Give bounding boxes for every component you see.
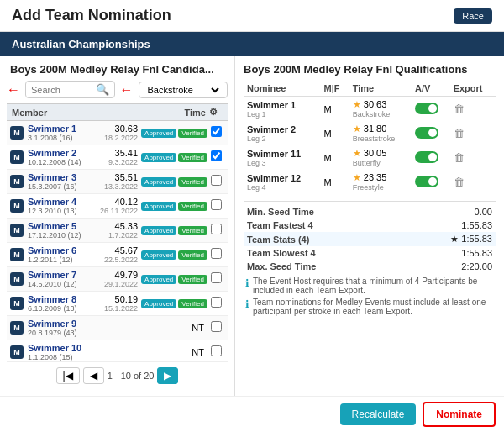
- list-item: M Swimmer 9 20.8.1979 (43) NT: [7, 316, 228, 340]
- search-input[interactable]: [31, 85, 96, 95]
- star-icon: ★: [353, 124, 361, 134]
- stroke-name: Breaststroke: [353, 134, 408, 143]
- toggle-cell[interactable]: [412, 121, 450, 145]
- list-item: M Swimmer 1 3.1.2008 (16) 30.63 18.2.202…: [7, 121, 228, 145]
- swimmer-info: Swimmer 1 3.1.2008 (16): [28, 124, 101, 142]
- swimmer-checkbox[interactable]: [211, 126, 222, 137]
- time-value: 30.63: [364, 99, 387, 109]
- delete-cell[interactable]: 🗑: [450, 170, 496, 194]
- table-row: Swimmer 12 Leg 4 M ★ 23.35 Freestyle 🗑: [244, 170, 496, 194]
- nominate-button[interactable]: Nominate: [423, 402, 496, 427]
- qual-table: Nominee M|F Time A/V Export Swimmer 1 Le…: [244, 81, 496, 194]
- first-page-button[interactable]: |◀: [56, 367, 80, 384]
- delete-icon[interactable]: 🗑: [454, 103, 465, 115]
- swimmer-time: 45.33 1.7.2022: [101, 221, 141, 240]
- swimmer-time-value: 35.51: [101, 172, 138, 182]
- stats-value: 1:55.83: [411, 220, 492, 230]
- delete-icon[interactable]: 🗑: [454, 176, 465, 188]
- verified-badge: Verified: [178, 202, 207, 211]
- list-item: M Swimmer 6 1.2.2011 (12) 45.67 22.5.202…: [7, 243, 228, 267]
- th-nominee: Nominee: [244, 81, 321, 97]
- checkbox-cell[interactable]: [211, 175, 224, 188]
- swimmer-dob: 14.5.2010 (12): [28, 280, 101, 288]
- verified-badge: Verified: [178, 275, 207, 284]
- gender-badge: M: [10, 175, 24, 188]
- verified-badge: Verified: [178, 299, 207, 308]
- search-icon: 🔍: [96, 83, 109, 96]
- status-badges: ApprovedVerified: [141, 226, 207, 235]
- stats-label: Team Fastest 4: [247, 220, 411, 230]
- swimmer-name: Swimmer 7: [28, 270, 101, 280]
- approved-badge: Approved: [141, 129, 176, 138]
- nominee-name: Swimmer 11: [247, 149, 318, 159]
- next-page-button[interactable]: ▶: [157, 367, 178, 384]
- checkbox-cell[interactable]: [211, 321, 224, 335]
- swimmer-list: M Swimmer 1 3.1.2008 (16) 30.63 18.2.202…: [7, 121, 228, 361]
- swimmer-date: 26.11.2022: [100, 207, 138, 215]
- toggle-cell[interactable]: [412, 145, 450, 170]
- checkbox-cell[interactable]: [211, 248, 224, 261]
- toggle-cell[interactable]: [412, 97, 450, 122]
- time-value: 23.35: [364, 172, 387, 182]
- swimmer-checkbox[interactable]: [211, 175, 222, 186]
- swimmer-date: 18.2.2022: [101, 134, 138, 142]
- checkbox-cell[interactable]: [211, 297, 224, 310]
- swimmer-time: NT: [145, 347, 207, 357]
- checkbox-cell[interactable]: [211, 150, 224, 164]
- status-badges: ApprovedVerified: [141, 202, 207, 211]
- toggle-switch[interactable]: [415, 103, 438, 114]
- left-panel: Boys 200M Medley Relay Fnl Candida... ← …: [0, 56, 235, 396]
- delete-cell[interactable]: 🗑: [450, 121, 496, 145]
- swimmer-checkbox[interactable]: [211, 224, 222, 234]
- delete-cell[interactable]: 🗑: [450, 97, 496, 122]
- checkbox-cell[interactable]: [211, 272, 224, 286]
- recalculate-button[interactable]: Recalculate: [340, 403, 417, 425]
- checkbox-cell[interactable]: [211, 199, 224, 213]
- status-badges: ApprovedVerified: [141, 299, 207, 308]
- swimmer-checkbox[interactable]: [211, 321, 222, 332]
- delete-icon[interactable]: 🗑: [454, 151, 465, 164]
- time-value: 30.05: [364, 148, 387, 158]
- swimmer-name: Swimmer 2: [28, 148, 101, 158]
- delete-icon[interactable]: 🗑: [454, 127, 465, 140]
- time-value: 31.80: [364, 124, 387, 134]
- approved-badge: Approved: [141, 202, 176, 211]
- stats-label: Max. Seed Time: [247, 261, 411, 271]
- swimmer-dob: 6.10.2009 (13): [28, 304, 101, 313]
- swimmer-info: Swimmer 10 1.1.2008 (15): [28, 343, 145, 361]
- right-panel-title: Boys 200M Medley Relay Fnl Qualification…: [244, 63, 496, 76]
- swimmer-checkbox[interactable]: [211, 345, 222, 356]
- swimmer-date: 22.5.2022: [101, 256, 138, 264]
- checkbox-cell[interactable]: [211, 126, 224, 140]
- swimmer-checkbox[interactable]: [211, 272, 222, 283]
- table-row: Swimmer 1 Leg 1 M ★ 30.63 Backstroke 🗑: [244, 97, 496, 122]
- table-row: Swimmer 11 Leg 3 M ★ 30.05 Butterfly 🗑: [244, 145, 496, 170]
- swimmer-name: Swimmer 5: [28, 221, 101, 231]
- nominee-name: Swimmer 1: [247, 100, 318, 110]
- swimmer-info: Swimmer 3 15.3.2007 (16): [28, 172, 101, 191]
- swimmer-dob: 20.8.1979 (43): [28, 329, 145, 337]
- pagination-info: 1 - 10 of 20: [108, 371, 155, 381]
- prev-page-button[interactable]: ◀: [83, 367, 104, 384]
- swimmer-checkbox[interactable]: [211, 248, 222, 259]
- delete-cell[interactable]: 🗑: [450, 145, 496, 170]
- swimmer-dob: 1.2.2011 (12): [28, 256, 101, 264]
- info-icon: ℹ: [245, 298, 249, 310]
- swimmer-checkbox[interactable]: [211, 297, 222, 308]
- stroke-type-select[interactable]: Backstroke Breaststroke Butterfly Freest…: [144, 84, 223, 96]
- swimmer-dob: 3.1.2008 (16): [28, 134, 101, 142]
- stats-row: Team Stats (4) ★ 1:55.83: [244, 232, 496, 246]
- toggle-cell[interactable]: [412, 170, 450, 194]
- swimmer-checkbox[interactable]: [211, 199, 222, 210]
- toggle-switch[interactable]: [415, 127, 438, 139]
- gender-cell: M: [321, 170, 349, 194]
- toggle-switch[interactable]: [415, 176, 438, 187]
- checkbox-cell[interactable]: [211, 345, 224, 359]
- swimmer-checkbox[interactable]: [211, 150, 222, 161]
- checkbox-cell[interactable]: [211, 224, 224, 237]
- list-item: M Swimmer 10 1.1.2008 (15) NT: [7, 340, 228, 361]
- pagination: |◀ ◀ 1 - 10 of 20 ▶: [7, 361, 228, 389]
- toggle-switch[interactable]: [415, 151, 438, 163]
- list-item: M Swimmer 2 10.12.2008 (14) 35.41 9.3.20…: [7, 145, 228, 170]
- swimmer-name: Swimmer 1: [28, 124, 101, 134]
